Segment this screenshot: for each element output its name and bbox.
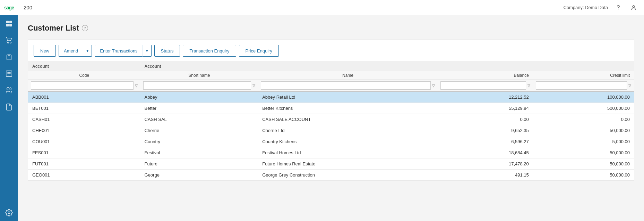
group-header-account3 [258,62,438,71]
new-button[interactable]: New [34,45,56,57]
status-button[interactable]: Status [154,45,180,57]
customer-table: Account Account Code Short name Name Bal… [28,62,634,181]
svg-rect-0 [6,21,9,23]
user-icon[interactable] [629,3,638,13]
table-row[interactable]: FES001FestivalFestival Homes Ltd18,684.4… [28,147,634,158]
filter-name: ▽ [258,80,438,92]
enter-transactions-dropdown-icon: ▼ [145,49,149,53]
table-group-header-row: Account Account [28,62,634,71]
cell-name: CASH SALE ACCOUNT [258,114,438,125]
filter-code: ▽ [28,80,140,92]
cell-short_name: Country [140,136,258,147]
cell-code: FUT001 [28,158,140,170]
cell-short_name: CASH SAL [140,114,258,125]
cell-credit_limit: 50,000.00 [533,158,634,170]
cell-credit_limit: 50,000.00 [533,170,634,181]
svg-point-10 [633,6,635,8]
sidebar-item-sales[interactable] [0,32,18,49]
table-row[interactable]: BET001BetterBetter Kitchens55,129.84500,… [28,103,634,114]
group-header-account5 [533,62,634,71]
page-title: Customer List [28,24,79,33]
cell-credit_limit: 50,000.00 [533,147,634,158]
cell-name: Country Kitchens [258,136,438,147]
page-help-icon[interactable]: ? [82,25,88,31]
cell-code: GEO001 [28,170,140,181]
customer-table-container: Account Account Code Short name Name Bal… [28,62,634,181]
sidebar-item-reports[interactable] [0,65,18,82]
table-column-header-row: Code Short name Name Balance Credit limi… [28,71,634,80]
company-label: Company: Demo Data [563,5,608,10]
topbar-right: Company: Demo Data ? [563,3,638,13]
sidebar-item-purchases[interactable] [0,49,18,65]
enter-transactions-button[interactable]: Enter Transactions [95,45,142,57]
enter-transactions-split-button: Enter Transactions ▼ [95,45,151,57]
balance-filter-input[interactable] [440,81,526,90]
sidebar-item-dashboard[interactable] [0,15,18,32]
topbar-left: 200 [24,5,32,10]
app-name: 200 [24,5,32,10]
page-header: Customer List ? [28,24,634,33]
short-name-filter-input[interactable] [143,81,251,90]
cell-balance: 12,212.52 [438,91,533,103]
cell-name: Abbey Retail Ltd [258,91,438,103]
balance-filter-icon[interactable]: ▽ [527,84,530,88]
cell-code: CHE001 [28,125,140,136]
name-filter-icon[interactable]: ▽ [432,84,435,88]
cell-balance: 491.15 [438,170,533,181]
amend-button[interactable]: Amend [59,45,83,57]
cell-name: Future Homes Real Estate [258,158,438,170]
cell-balance: 18,684.45 [438,147,533,158]
cell-code: COU001 [28,136,140,147]
svg-rect-3 [9,24,12,26]
sidebar-item-documents[interactable] [0,99,18,115]
sidebar-item-contacts[interactable] [0,82,18,99]
svg-rect-1 [9,21,12,23]
group-header-account2: Account [140,62,258,71]
sidebar: sage [0,0,18,221]
col-header-short-name: Short name [140,71,258,80]
toolbar: New Amend ▼ Enter Transactions ▼ Status … [28,40,634,62]
amend-dropdown-icon: ▼ [86,49,89,53]
content: Customer List ? New Amend ▼ Enter Transa… [18,15,644,221]
short-name-filter-icon[interactable]: ▽ [252,84,255,88]
topbar: 200 Company: Demo Data ? [18,0,644,15]
cell-balance: 9,652.35 [438,125,533,136]
price-enquiry-button[interactable]: Price Enquiry [239,45,279,57]
table-row[interactable]: CHE001CherrieCherrie Ltd9,652.3550,000.0… [28,125,634,136]
cell-balance: 17,478.20 [438,158,533,170]
sidebar-item-settings[interactable] [0,204,18,221]
code-filter-input[interactable] [31,81,134,90]
table-row[interactable]: GEO001GeorgeGeorge Grey Construction491.… [28,170,634,181]
svg-point-9 [8,212,10,214]
table-row[interactable]: CASH01CASH SALCASH SALE ACCOUNT0.000.00 [28,114,634,125]
table-row[interactable]: FUT001FutureFuture Homes Real Estate17,4… [28,158,634,170]
cell-credit_limit: 100,000.00 [533,91,634,103]
transaction-enquiry-button[interactable]: Transaction Enquiry [183,45,236,57]
table-row[interactable]: ABB001AbbeyAbbey Retail Ltd12,212.52100,… [28,91,634,103]
cell-name: George Grey Construction [258,170,438,181]
filter-balance: ▽ [438,80,533,92]
cell-name: Festival Homes Ltd [258,147,438,158]
cell-short_name: Abbey [140,91,258,103]
filter-credit-limit: ▽ [533,80,634,92]
code-filter-icon[interactable]: ▽ [135,84,138,88]
table-filter-row: ▽ ▽ [28,80,634,92]
cell-balance: 6,596.27 [438,136,533,147]
cell-code: FES001 [28,147,140,158]
filter-short-name: ▽ [140,80,258,92]
amend-dropdown-button[interactable]: ▼ [83,45,92,57]
col-header-code: Code [28,71,140,80]
group-header-account1: Account [28,62,140,71]
credit-limit-filter-input[interactable] [536,81,627,90]
cell-credit_limit: 500,000.00 [533,103,634,114]
name-filter-input[interactable] [261,81,431,90]
cell-short_name: Cherrie [140,125,258,136]
help-topbar-icon[interactable]: ? [613,3,623,13]
main-area: 200 Company: Demo Data ? Customer List ?… [18,0,644,221]
table-row[interactable]: COU001CountryCountry Kitchens6,596.275,0… [28,136,634,147]
enter-transactions-dropdown-button[interactable]: ▼ [143,45,152,57]
table-body: ABB001AbbeyAbbey Retail Ltd12,212.52100,… [28,91,634,181]
col-header-credit-limit: Credit limit [533,71,634,80]
credit-limit-filter-icon[interactable]: ▽ [628,84,631,88]
cell-short_name: Future [140,158,258,170]
